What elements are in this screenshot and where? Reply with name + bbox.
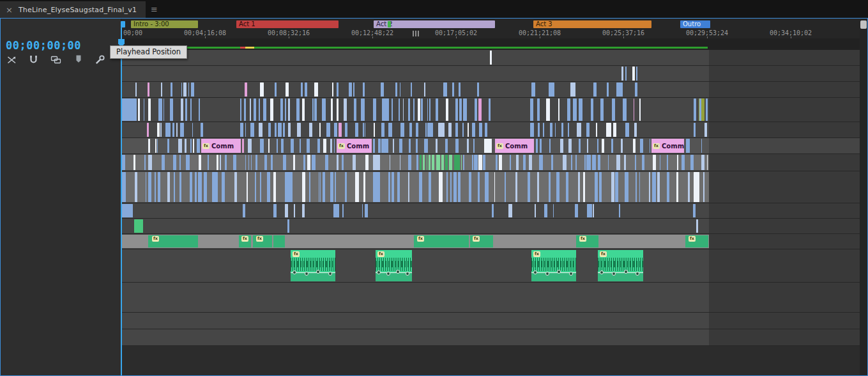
- clip-sliver[interactable]: [635, 82, 637, 97]
- clip-sliver[interactable]: [567, 98, 570, 121]
- clip-sliver[interactable]: [530, 98, 533, 121]
- clip-sliver[interactable]: [478, 98, 482, 121]
- clip-sliver[interactable]: [392, 98, 393, 121]
- track-content-A4[interactable]: [121, 219, 860, 233]
- clip-sliver[interactable]: [599, 172, 602, 202]
- track-content-A2[interactable]: [121, 171, 860, 203]
- clip-sliver[interactable]: [381, 123, 385, 137]
- clip-sliver[interactable]: [250, 123, 254, 137]
- clip-sliver[interactable]: [508, 204, 512, 217]
- clip-sliver[interactable]: [596, 123, 597, 137]
- clip-sliver[interactable]: [650, 139, 650, 153]
- clip-sliver[interactable]: [179, 155, 181, 170]
- clip[interactable]: [121, 98, 137, 121]
- clip-sliver[interactable]: [474, 155, 478, 170]
- clip-sliver[interactable]: [307, 155, 310, 170]
- audio-effect-clip[interactable]: fx: [253, 235, 272, 247]
- clip-sliver[interactable]: [285, 204, 288, 217]
- clip-sliver[interactable]: [676, 172, 678, 202]
- clip-sliver[interactable]: [167, 139, 169, 153]
- clip-sliver[interactable]: [607, 82, 609, 97]
- clip-sliver[interactable]: [326, 123, 330, 137]
- clip-sliver[interactable]: [472, 155, 473, 170]
- clip-sliver[interactable]: [469, 172, 471, 202]
- clip-sliver[interactable]: [335, 172, 336, 202]
- clip-sliver[interactable]: [616, 82, 623, 97]
- clip-sliver[interactable]: [549, 172, 551, 202]
- clip-sliver[interactable]: [652, 172, 656, 202]
- clip-sliver[interactable]: [199, 98, 200, 121]
- clip-sliver[interactable]: [563, 155, 567, 170]
- clip-sliver[interactable]: [242, 139, 244, 153]
- clip-sliver[interactable]: [579, 139, 581, 153]
- clip-sliver[interactable]: [181, 98, 183, 121]
- clip-sliver[interactable]: [478, 155, 482, 170]
- clip[interactable]: [287, 219, 289, 233]
- track-content-A6[interactable]: fxfxfxfx: [121, 249, 860, 282]
- keyframe-point[interactable]: [377, 270, 381, 274]
- clip-sliver[interactable]: [516, 155, 519, 170]
- clip-sliver[interactable]: [138, 98, 140, 121]
- clip-sliver[interactable]: [704, 123, 707, 137]
- clip-sliver[interactable]: [611, 139, 613, 153]
- clip-sliver[interactable]: [330, 139, 332, 153]
- clip-sliver[interactable]: [212, 172, 218, 202]
- clip-sliver[interactable]: [337, 155, 339, 170]
- clip-sliver[interactable]: [539, 155, 543, 170]
- clip-sliver[interactable]: [701, 155, 704, 170]
- clip-sliver[interactable]: [639, 98, 641, 121]
- clip-sliver[interactable]: [314, 82, 318, 97]
- clip-sliver[interactable]: [309, 172, 310, 202]
- clip-sliver[interactable]: [427, 155, 427, 170]
- clip-sliver[interactable]: [560, 139, 563, 153]
- clip-sliver[interactable]: [611, 172, 614, 202]
- clip-sliver[interactable]: [270, 98, 273, 121]
- clip-sliver[interactable]: [577, 123, 581, 137]
- clip-sliver[interactable]: [424, 82, 425, 97]
- clip-sliver[interactable]: [443, 82, 447, 97]
- clip-sliver[interactable]: [353, 82, 354, 97]
- clip-sliver[interactable]: [373, 172, 380, 202]
- clip-sliver[interactable]: [165, 123, 171, 137]
- clip-sliver[interactable]: [373, 155, 380, 170]
- clip-sliver[interactable]: [477, 82, 479, 97]
- clip-sliver[interactable]: [453, 172, 457, 202]
- clip-sliver[interactable]: [188, 82, 189, 97]
- clip-sliver[interactable]: [528, 172, 530, 202]
- clip-sliver[interactable]: [686, 139, 690, 153]
- clip-sliver[interactable]: [483, 155, 485, 170]
- clip-sliver[interactable]: [363, 172, 365, 202]
- clip-sliver[interactable]: [551, 155, 553, 170]
- audio-clip-base[interactable]: [122, 155, 709, 170]
- clip-sliver[interactable]: [485, 123, 487, 137]
- clip-sliver[interactable]: [549, 139, 551, 153]
- clip-sliver[interactable]: [144, 98, 144, 121]
- clip-sliver[interactable]: [157, 139, 158, 153]
- audio-effect-clip[interactable]: fx: [685, 235, 708, 247]
- clip-sliver[interactable]: [657, 172, 660, 202]
- clip-sliver[interactable]: [595, 172, 598, 202]
- clip-sliver[interactable]: [170, 98, 173, 121]
- clip-sliver[interactable]: [424, 139, 428, 153]
- clip-sliver[interactable]: [197, 139, 200, 153]
- clip-sliver[interactable]: [633, 139, 636, 153]
- clip-sliver[interactable]: [452, 82, 454, 97]
- clip-sliver[interactable]: [337, 82, 339, 97]
- clip-sliver[interactable]: [178, 139, 182, 153]
- clip[interactable]: [490, 51, 492, 65]
- clip-sliver[interactable]: [147, 123, 149, 137]
- audio-clip[interactable]: fx: [291, 250, 335, 281]
- clip-sliver[interactable]: [174, 172, 175, 202]
- clip-sliver[interactable]: [303, 155, 305, 170]
- clip-sliver[interactable]: [485, 172, 489, 202]
- clip-sliver[interactable]: [381, 139, 388, 153]
- clip-sliver[interactable]: [584, 155, 586, 170]
- clip-sliver[interactable]: [392, 172, 394, 202]
- clip-sliver[interactable]: [616, 155, 620, 170]
- clip-sliver[interactable]: [355, 123, 358, 137]
- clip-sliver[interactable]: [260, 172, 261, 202]
- clip-sliver[interactable]: [190, 172, 192, 202]
- clip-sliver[interactable]: [639, 172, 640, 202]
- clip-sliver[interactable]: [587, 204, 592, 217]
- track-content-A1[interactable]: [121, 154, 860, 171]
